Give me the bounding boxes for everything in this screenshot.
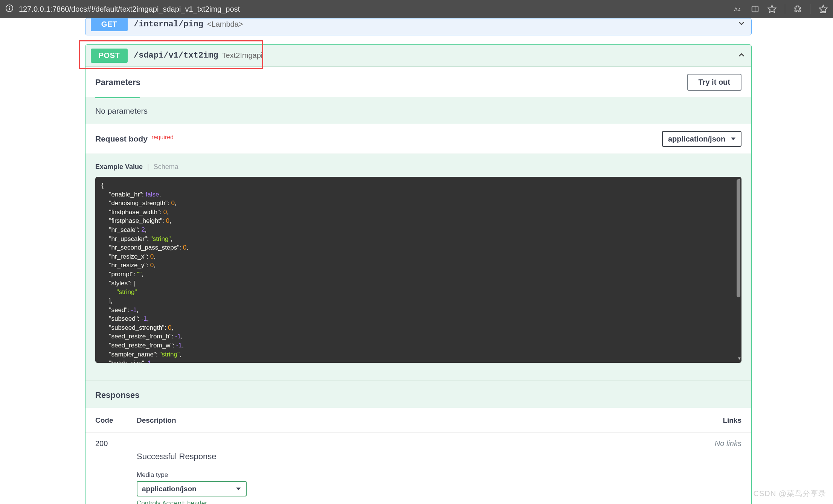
tab-schema[interactable]: Schema <box>154 163 178 171</box>
controls-accept-hint: Controls Accept header. <box>137 499 741 504</box>
responses-table: Code Description Links 200 No links Succ… <box>85 408 751 504</box>
responses-title: Responses <box>85 380 751 408</box>
opblock-post-txt2img: POST /sdapi/v1/txt2img Text2Imgapi Param… <box>85 44 752 504</box>
request-body-title: Request body <box>95 135 148 143</box>
chevron-up-icon[interactable] <box>737 50 746 61</box>
example-tabs: Example Value | Schema <box>85 154 751 175</box>
try-it-out-button[interactable]: Try it out <box>687 74 741 91</box>
scrollbar[interactable] <box>737 179 740 297</box>
method-badge-post: POST <box>91 49 128 63</box>
info-icon <box>5 4 14 14</box>
no-links: No links <box>696 439 741 448</box>
extension-icon[interactable] <box>793 5 802 13</box>
required-label: required <box>151 134 174 140</box>
text-size-icon[interactable]: AA <box>734 5 743 14</box>
status-code: 200 <box>95 439 137 448</box>
responses-table-header: Code Description Links <box>85 408 751 432</box>
favorite-icon[interactable] <box>767 5 777 14</box>
example-code-block[interactable]: ▴▾{ "enable_hr": false, "denoising_stren… <box>95 177 741 363</box>
response-description: Successful Response <box>137 452 741 461</box>
endpoint-path: /sdapi/v1/txt2img <box>134 51 218 60</box>
media-type-select[interactable]: application/json <box>137 481 247 496</box>
content-type-select[interactable]: application/json <box>662 131 741 147</box>
svg-marker-7 <box>768 5 776 12</box>
request-body-header: Request body required application/json <box>85 124 751 154</box>
svg-text:A: A <box>738 8 741 12</box>
browser-address-bar: 127.0.0.1:7860/docs#!/default/text2imgap… <box>0 0 833 18</box>
address-text[interactable]: 127.0.0.1:7860/docs#!/default/text2imgap… <box>19 5 734 14</box>
media-type-label: Media type <box>137 471 741 479</box>
parameters-header: Parameters Try it out <box>85 67 751 97</box>
col-code: Code <box>95 416 137 425</box>
svg-marker-8 <box>819 5 827 12</box>
tab-separator: | <box>147 163 149 171</box>
method-badge-get: GET <box>91 18 128 31</box>
opblock-summary[interactable]: POST /sdapi/v1/txt2img Text2Imgapi <box>85 45 751 67</box>
reader-icon[interactable] <box>751 5 759 13</box>
col-links: Links <box>696 416 741 425</box>
opblock-get-ping[interactable]: GET /internal/ping <Lambda> <box>85 18 752 35</box>
response-row-200: 200 No links <box>85 432 751 452</box>
chevron-down-icon[interactable] <box>737 19 746 29</box>
svg-text:A: A <box>734 6 738 12</box>
no-parameters-text: No parameters <box>85 98 751 124</box>
tab-example-value[interactable]: Example Value <box>95 163 143 171</box>
watermark: CSDN @菜鸟分享录 <box>753 489 826 499</box>
endpoint-path: /internal/ping <box>134 20 203 29</box>
col-description: Description <box>137 416 696 425</box>
svg-point-2 <box>9 6 10 7</box>
endpoint-name: <Lambda> <box>207 20 243 29</box>
separator <box>810 4 810 14</box>
parameters-title: Parameters <box>95 78 140 87</box>
endpoint-name: Text2Imgapi <box>222 51 262 60</box>
separator <box>785 4 785 14</box>
collections-icon[interactable] <box>819 5 828 14</box>
